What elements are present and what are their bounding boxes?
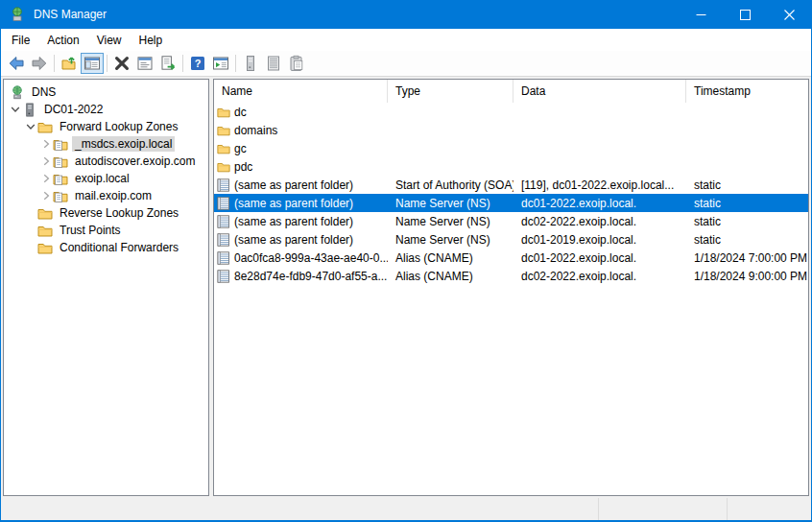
server-toolbar-button[interactable] xyxy=(239,53,262,74)
record-list-toolbar-button[interactable] xyxy=(262,53,285,74)
folder-icon xyxy=(37,120,53,134)
server-icon xyxy=(22,103,37,117)
record-icon xyxy=(217,197,230,210)
chevron-expanded-icon[interactable] xyxy=(23,121,37,132)
close-icon xyxy=(784,10,795,20)
title-bar: DNS Manager xyxy=(1,0,811,29)
close-button[interactable] xyxy=(767,0,811,29)
tree-item-trust-points[interactable]: Trust Points xyxy=(4,222,208,239)
tree-item-autodiscover-exoip-com[interactable]: autodiscover.exoip.com xyxy=(4,153,208,170)
menu-bar: File Action View Help xyxy=(1,29,811,51)
tree-item-dns[interactable]: DNS xyxy=(4,83,208,101)
record-icon xyxy=(217,270,230,283)
delete-button[interactable] xyxy=(110,53,133,74)
menu-action[interactable]: Action xyxy=(38,31,87,50)
tree-item-msdcs-exoip-local[interactable]: _msdcs.exoip.local xyxy=(4,135,208,153)
dns-root-icon xyxy=(10,85,25,100)
folder-icon xyxy=(217,142,230,155)
status-bar-message-area xyxy=(1,498,598,520)
minimize-icon xyxy=(696,10,706,20)
tree-item-reverse-lookup-zones[interactable]: Reverse Lookup Zones xyxy=(4,204,208,222)
column-header-name[interactable]: Name xyxy=(214,80,388,103)
export-list-button[interactable] xyxy=(156,53,179,74)
tree-item-conditional-forwarders[interactable]: Conditional Forwarders xyxy=(4,239,208,256)
toolbar-separator xyxy=(107,55,107,72)
folder-icon xyxy=(217,124,230,137)
console-tree-pane: DNS DC01-2022 Forward Lookup Zones _msdc… xyxy=(3,79,209,496)
record-icon xyxy=(217,251,230,265)
record-row-soa[interactable]: (same as parent folder) Start of Authori… xyxy=(214,176,808,194)
folder-icon xyxy=(37,224,53,238)
record-row-dc[interactable]: dc xyxy=(214,103,808,121)
record-row-cname-2[interactable]: 8e28d74e-fdb9-47d0-af55-a... Alias (CNAM… xyxy=(214,267,808,285)
minimize-button[interactable] xyxy=(679,0,723,29)
forward-button[interactable] xyxy=(28,53,51,74)
column-header-data[interactable]: Data xyxy=(513,80,686,103)
up-one-level-icon xyxy=(60,55,78,72)
back-icon xyxy=(8,55,25,72)
folder-icon xyxy=(37,241,53,255)
toolbar-separator xyxy=(54,55,55,72)
toolbar-separator xyxy=(235,55,236,72)
export-list-icon xyxy=(159,55,177,72)
properties-button[interactable] xyxy=(133,53,156,74)
record-row-ns-dc01-2022-selected[interactable]: (same as parent folder) Name Server (NS)… xyxy=(214,194,808,212)
folder-icon xyxy=(217,160,230,174)
maximize-button[interactable] xyxy=(723,0,767,29)
tree-item-dc01-2022[interactable]: DC01-2022 xyxy=(4,101,208,118)
zone-icon xyxy=(53,154,68,169)
list-header: Name Type Data Timestamp xyxy=(214,80,808,103)
status-bar xyxy=(1,498,811,520)
status-bar-section xyxy=(727,498,811,520)
chevron-collapsed-icon[interactable] xyxy=(38,155,53,167)
column-header-type[interactable]: Type xyxy=(388,80,513,103)
tree-item-exoip-local[interactable]: exoip.local xyxy=(4,170,208,187)
tree-item-mail-exoip-com[interactable]: mail.exoip.com xyxy=(4,187,208,204)
svg-text:?: ? xyxy=(195,58,202,69)
chevron-slot xyxy=(23,225,37,236)
window-controls xyxy=(679,0,811,29)
record-list-icon xyxy=(265,55,282,72)
server-icon xyxy=(242,55,259,72)
chevron-collapsed-icon[interactable] xyxy=(38,190,53,202)
dns-manager-window: DNS Manager File Action View Help xyxy=(0,0,812,522)
new-window-icon xyxy=(212,55,229,72)
record-icon xyxy=(217,215,230,228)
clipboard-icon xyxy=(288,55,305,72)
up-one-level-button[interactable] xyxy=(58,53,81,74)
chevron-slot xyxy=(23,242,37,253)
back-button[interactable] xyxy=(5,53,28,74)
menu-file[interactable]: File xyxy=(3,31,38,50)
tree-item-forward-lookup-zones[interactable]: Forward Lookup Zones xyxy=(4,118,208,135)
record-row-ns-dc01-2019[interactable]: (same as parent folder) Name Server (NS)… xyxy=(214,230,808,249)
zone-icon xyxy=(53,189,68,203)
record-icon xyxy=(217,233,230,247)
show-hide-console-tree-button[interactable] xyxy=(81,53,104,74)
clipboard-toolbar-button[interactable] xyxy=(285,53,308,74)
chevron-collapsed-icon[interactable] xyxy=(38,173,53,184)
menu-view[interactable]: View xyxy=(88,31,131,50)
record-row-cname-1[interactable]: 0ac0fca8-999a-43ae-ae40-0... Alias (CNAM… xyxy=(214,249,808,267)
record-row-pdc[interactable]: pdc xyxy=(214,157,808,176)
main-area: DNS DC01-2022 Forward Lookup Zones _msdc… xyxy=(1,77,811,498)
record-row-gc[interactable]: gc xyxy=(214,139,808,157)
chevron-collapsed-icon[interactable] xyxy=(38,138,53,150)
chevron-expanded-icon[interactable] xyxy=(8,104,22,115)
toolbar-separator xyxy=(182,55,183,72)
column-header-timestamp[interactable]: Timestamp xyxy=(686,80,808,103)
new-window-button[interactable] xyxy=(209,53,232,74)
folder-icon xyxy=(217,106,230,119)
help-button[interactable]: ? xyxy=(186,53,209,74)
console-tree-icon xyxy=(84,55,101,72)
record-icon xyxy=(217,178,230,192)
record-row-ns-dc02-2022[interactable]: (same as parent folder) Name Server (NS)… xyxy=(214,212,808,230)
maximize-icon xyxy=(740,10,751,20)
record-row-domains[interactable]: domains xyxy=(214,121,808,139)
menu-help[interactable]: Help xyxy=(131,31,172,50)
delete-icon xyxy=(113,55,131,72)
help-icon: ? xyxy=(189,55,206,72)
window-title: DNS Manager xyxy=(34,8,107,21)
toolbar: ? xyxy=(1,51,811,77)
properties-icon xyxy=(136,55,154,72)
status-bar-section xyxy=(598,498,727,520)
